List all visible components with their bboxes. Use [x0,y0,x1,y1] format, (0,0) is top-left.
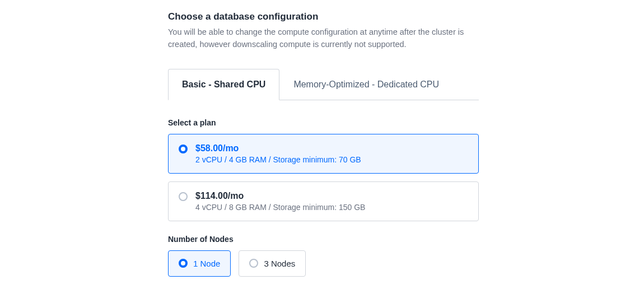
plan-price: $58.00/mo [195,143,468,153]
radio-icon [179,192,188,201]
radio-icon [179,144,188,153]
plan-specs: 2 vCPU / 4 GB RAM / Storage minimum: 70 … [195,155,468,164]
node-option-1[interactable]: 1 Node [168,250,231,277]
node-options: 1 Node 3 Nodes [168,250,479,277]
section-description: You will be able to change the compute c… [168,26,479,51]
node-label: 1 Node [193,259,220,268]
node-option-3[interactable]: 3 Nodes [239,250,306,277]
plan-option-1[interactable]: $114.00/mo 4 vCPU / 8 GB RAM / Storage m… [168,181,479,221]
number-of-nodes-title: Number of Nodes [168,235,479,244]
radio-icon [179,259,188,268]
tab-memory-optimized[interactable]: Memory-Optimized - Dedicated CPU [279,69,453,100]
plan-specs: 4 vCPU / 8 GB RAM / Storage minimum: 150… [195,203,468,212]
plan-price: $114.00/mo [195,191,468,201]
tab-basic-shared-cpu[interactable]: Basic - Shared CPU [168,69,279,100]
node-label: 3 Nodes [264,259,295,268]
plan-option-0[interactable]: $58.00/mo 2 vCPU / 4 GB RAM / Storage mi… [168,134,479,174]
radio-icon [249,259,258,268]
section-title: Choose a database configuration [168,11,479,22]
config-tabs: Basic - Shared CPU Memory-Optimized - De… [168,69,479,100]
select-plan-title: Select a plan [168,118,479,127]
